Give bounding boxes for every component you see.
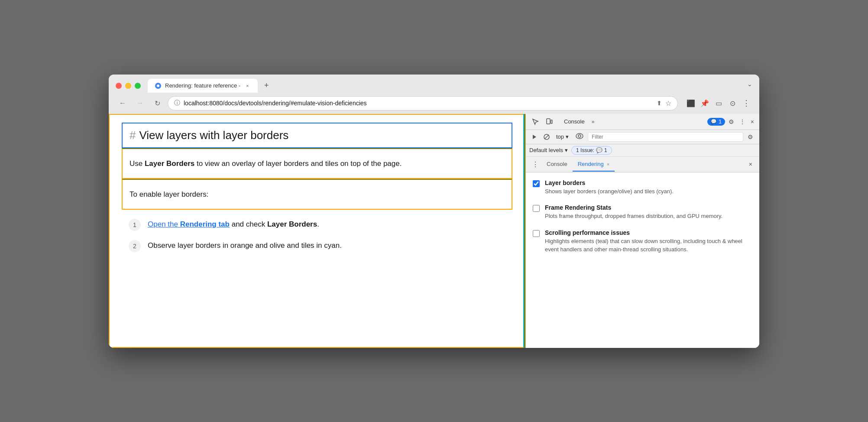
- chrome-icon: [155, 82, 162, 89]
- scrolling-performance-item: Scrolling performance issues Highlights …: [533, 229, 752, 254]
- forward-button[interactable]: →: [133, 96, 147, 110]
- svg-point-8: [578, 135, 581, 137]
- share-icon[interactable]: ⬆: [657, 100, 662, 107]
- more-menu-icon[interactable]: ⋮: [740, 97, 752, 109]
- frame-rendering-item: Frame Rendering Stats Plots frame throug…: [533, 204, 752, 221]
- drawer-more-button[interactable]: ⋮: [529, 157, 541, 172]
- layer-borders-label-group: Layer borders Shows layer borders (orang…: [545, 179, 674, 196]
- console-drawer-tab[interactable]: Console: [541, 157, 573, 172]
- svg-point-1: [157, 84, 159, 87]
- more-options-button[interactable]: ⋮: [738, 117, 747, 127]
- extensions-icon[interactable]: ⬛: [685, 97, 697, 109]
- layer-borders-item: Layer borders Shows layer borders (orang…: [533, 179, 752, 196]
- step-2-content: Observe layer borders in orange and oliv…: [148, 240, 342, 251]
- devtools-tabs: Console »: [560, 117, 702, 127]
- info-icon: ⓘ: [174, 99, 180, 107]
- settings-button[interactable]: ⚙: [727, 117, 736, 127]
- tab-title: Rendering: feature reference -: [165, 82, 240, 89]
- heading-section: #View layers with layer borders: [122, 123, 512, 148]
- default-levels-label: Default levels: [529, 147, 563, 153]
- inspect-element-button[interactable]: [529, 116, 541, 128]
- title-bar: Rendering: feature reference - × + ⌄: [109, 75, 759, 93]
- step-2: 2 Observe layer borders in orange and ol…: [129, 240, 505, 252]
- device-icon: [546, 118, 553, 125]
- issue-badge-icon: 💬: [596, 147, 602, 153]
- execute-button[interactable]: [529, 132, 540, 142]
- step-2-number: 2: [129, 240, 141, 252]
- filter-input[interactable]: [588, 132, 743, 142]
- scrolling-performance-checkbox[interactable]: [533, 230, 540, 237]
- layer-borders-bold-2: Layer Borders: [267, 220, 317, 228]
- more-tabs-button[interactable]: »: [589, 117, 597, 127]
- active-tab[interactable]: Rendering: feature reference - ×: [148, 79, 258, 93]
- heading-hash-symbol: #: [130, 129, 136, 142]
- cursor-icon: [532, 118, 539, 125]
- issue-badge[interactable]: 💬 1: [707, 118, 725, 126]
- drawer-tabs: ⋮ Console Rendering × ×: [526, 157, 759, 172]
- console-tab-header[interactable]: Console: [560, 117, 588, 127]
- traffic-lights: [116, 83, 141, 89]
- profile-icon[interactable]: ⊙: [726, 97, 738, 109]
- devtools-panel: Console » 💬 1 ⚙ ⋮ ×: [525, 114, 759, 348]
- rendering-panel-content: Layer borders Shows layer borders (orang…: [526, 172, 759, 348]
- steps-section: 1 Open the Rendering tab and check Layer…: [122, 210, 512, 269]
- rendering-tab-link[interactable]: Open the Rendering tab: [148, 220, 230, 228]
- close-devtools-button[interactable]: ×: [749, 117, 756, 127]
- bookmark-icon[interactable]: ☆: [665, 99, 671, 107]
- new-tab-button[interactable]: +: [259, 79, 273, 93]
- devtools-levels-bar: Default levels ▾ 1 Issue: 💬 1: [526, 144, 759, 157]
- url-display: localhost:8080/docs/devtools/rendering/#…: [184, 100, 653, 107]
- context-selector[interactable]: top ▾: [554, 133, 571, 141]
- badge-icon: 💬: [711, 119, 717, 124]
- address-bar[interactable]: ⓘ localhost:8080/docs/devtools/rendering…: [168, 96, 678, 110]
- svg-rect-2: [547, 119, 550, 124]
- context-label: top: [556, 133, 564, 140]
- close-window-button[interactable]: [116, 83, 122, 89]
- svg-point-7: [576, 133, 583, 139]
- clear-button[interactable]: [541, 132, 552, 142]
- step-1-number: 1: [129, 219, 141, 231]
- eye-button[interactable]: [573, 132, 586, 142]
- drawer-close-button[interactable]: ×: [745, 159, 756, 169]
- issues-badge[interactable]: 1 Issue: 💬 1: [571, 146, 612, 155]
- intro-paragraph: Use Layer Borders to view an overlay of …: [130, 158, 505, 169]
- devtools-toolbar: top ▾ ⚙: [526, 130, 759, 144]
- default-levels-select[interactable]: Default levels ▾: [529, 147, 568, 153]
- scrolling-performance-desc: Highlights elements (teal) that can slow…: [545, 237, 752, 254]
- content-section-1: Use Layer Borders to view an overlay of …: [122, 148, 512, 179]
- back-button[interactable]: ←: [116, 96, 130, 110]
- main-area: #View layers with layer borders Use Laye…: [109, 114, 759, 348]
- play-icon: [532, 134, 537, 140]
- maximize-window-button[interactable]: [135, 83, 141, 89]
- issue-prefix: 1 Issue:: [576, 147, 594, 153]
- enable-text: To enable layer borders:: [130, 188, 505, 200]
- svg-rect-3: [551, 120, 552, 123]
- page-inner: #View layers with layer borders Use Laye…: [109, 114, 525, 278]
- step-1: 1 Open the Rendering tab and check Layer…: [129, 218, 505, 231]
- minimize-window-button[interactable]: [125, 83, 131, 89]
- browser-window: Rendering: feature reference - × + ⌄ ← →…: [109, 75, 759, 348]
- frame-rendering-checkbox[interactable]: [533, 205, 540, 212]
- layer-borders-label: Layer borders: [545, 179, 674, 186]
- layer-borders-desc: Shows layer borders (orange/olive) and t…: [545, 187, 674, 196]
- page-heading: #View layers with layer borders: [130, 129, 505, 142]
- context-arrow-icon: ▾: [566, 133, 569, 140]
- tab-close-button[interactable]: ×: [244, 82, 251, 89]
- layer-borders-bold: Layer Borders: [145, 159, 194, 168]
- filter-settings-icon[interactable]: ⚙: [745, 133, 756, 141]
- frame-rendering-label: Frame Rendering Stats: [545, 204, 722, 211]
- page-content: #View layers with layer borders Use Laye…: [109, 114, 525, 348]
- rendering-drawer-tab[interactable]: Rendering ×: [573, 157, 615, 172]
- window-dropdown[interactable]: ⌄: [747, 81, 752, 91]
- cast-icon[interactable]: 📌: [699, 97, 711, 109]
- scrolling-performance-label: Scrolling performance issues: [545, 229, 752, 236]
- layer-borders-checkbox[interactable]: [533, 180, 540, 187]
- issue-badge-count: 1: [604, 147, 607, 153]
- rendering-tab-close-button[interactable]: ×: [607, 162, 609, 167]
- content-section-2: To enable layer borders:: [122, 179, 512, 210]
- split-screen-icon[interactable]: ▭: [713, 97, 725, 109]
- devtools-header: Console » 💬 1 ⚙ ⋮ ×: [526, 114, 759, 130]
- reload-button[interactable]: ↻: [150, 96, 164, 110]
- nav-actions: ⬛ 📌 ▭ ⊙ ⋮: [685, 97, 752, 109]
- device-mode-button[interactable]: [543, 116, 555, 128]
